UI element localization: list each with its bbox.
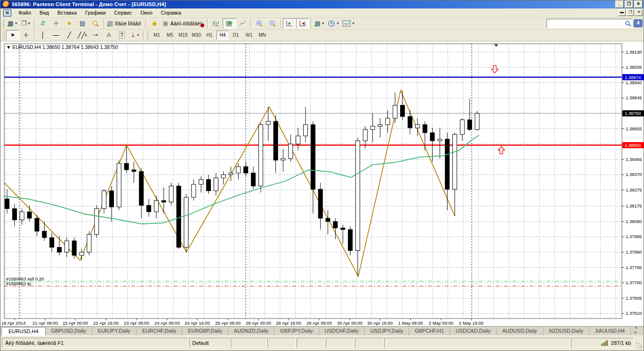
chart-tab-audusd-daily[interactable]: AUDUSD,Daily bbox=[497, 327, 543, 335]
chart-tabs: EURUSD,H4GBPUSD,DailyEURJPY,DailyEURCHF,… bbox=[1, 327, 631, 335]
autotrading-button[interactable]: ▣ Àâòî-òîðãîâëÿ bbox=[161, 18, 206, 29]
candlestick-chart-button[interactable] bbox=[223, 18, 236, 29]
data-window-button[interactable]: ✛ bbox=[49, 18, 63, 29]
chart-area[interactable]: 18 Apr 201421 Apr 08:0022 Apr 00:0022 Ap… bbox=[0, 41, 644, 326]
chart-tab-eurgbp-daily[interactable]: EURGBP,Daily bbox=[182, 327, 228, 335]
svg-text:1.39130: 1.39130 bbox=[626, 49, 642, 54]
svg-text:30 Apr 00:00: 30 Apr 00:00 bbox=[337, 320, 362, 326]
maximize-button[interactable]: ❐ bbox=[625, 0, 633, 8]
svg-text:30 Apr 16:00: 30 Apr 16:00 bbox=[367, 320, 393, 326]
autotrading-label: Àâòî-òîðãîâëÿ bbox=[169, 21, 205, 26]
zoom-out-icon bbox=[269, 20, 276, 27]
timeframe-button-m15[interactable]: M15 bbox=[177, 31, 189, 40]
strategy-tester-button[interactable] bbox=[89, 18, 102, 29]
mdi-minimize-button[interactable]: ▬ bbox=[618, 9, 626, 16]
minimize-button[interactable]: _ bbox=[615, 0, 624, 8]
channel-tool-button[interactable]: ╱╱E bbox=[76, 30, 89, 40]
vertical-line-tool-button[interactable]: │ bbox=[36, 30, 49, 40]
status-profile[interactable]: Default bbox=[189, 338, 230, 348]
timeframe-button-m1[interactable]: M1 bbox=[151, 31, 163, 40]
text-tool-button[interactable]: A bbox=[102, 30, 115, 40]
chart-tab-usdchf-daily[interactable]: USDCHF,Daily bbox=[319, 327, 365, 335]
periods-button[interactable]: ▼ bbox=[326, 18, 341, 29]
chart-tab-eurchf-daily[interactable]: EURCHF,Daily bbox=[137, 327, 182, 335]
timeframe-button-h4[interactable]: H4 bbox=[217, 31, 229, 40]
chart-tab-nzdusd-daily[interactable]: NZDUSD,Daily bbox=[543, 327, 589, 335]
chart-tab-eurjpy-daily[interactable]: EURJPY,Daily bbox=[92, 327, 137, 335]
line-chart-button[interactable] bbox=[236, 18, 249, 29]
templates-button[interactable]: ▼ bbox=[341, 18, 356, 29]
chart-shift-icon bbox=[299, 20, 306, 27]
connection-bars-icon bbox=[601, 340, 608, 346]
window-title: 565896: Panteon Client Terminal - Демо С… bbox=[12, 1, 614, 7]
navigator-button[interactable]: ★ bbox=[63, 18, 76, 29]
svg-text:1.38940: 1.38940 bbox=[626, 80, 642, 85]
timeframe-button-d1[interactable]: D1 bbox=[230, 31, 242, 40]
chart-tab-usdjpy-daily[interactable]: USDJPY,Daily bbox=[365, 327, 410, 335]
toolbar-grip[interactable] bbox=[3, 19, 5, 28]
search-input[interactable] bbox=[547, 20, 624, 27]
indicators-button[interactable]: ▦+▼ bbox=[313, 18, 326, 29]
price-chart[interactable]: 18 Apr 201421 Apr 08:0022 Apr 00:0022 Ap… bbox=[0, 42, 644, 326]
new-order-label: Íîâûé Îðäåð bbox=[113, 21, 143, 26]
chart-shift-button[interactable] bbox=[296, 18, 309, 29]
search-icon[interactable] bbox=[624, 20, 632, 27]
zoom-in-button[interactable] bbox=[253, 18, 266, 29]
timeframe-button-h1[interactable]: H1 bbox=[203, 31, 216, 40]
new-chart-button[interactable]: ▦+▼ bbox=[6, 18, 19, 29]
notifications-badge[interactable]: 4 bbox=[634, 19, 643, 27]
toolbar-grip[interactable] bbox=[3, 31, 5, 40]
horizontal-line-tool-button[interactable]: — bbox=[49, 30, 63, 40]
trendline-tool-button[interactable]: ╱ bbox=[63, 30, 76, 40]
menu-item-5[interactable]: Окно bbox=[136, 8, 157, 17]
svg-text:1.39035: 1.39035 bbox=[626, 64, 642, 70]
timeframe-button-mn[interactable]: MN bbox=[256, 31, 268, 40]
menu-item-1[interactable]: Вид bbox=[35, 8, 53, 17]
toolbar-grip[interactable] bbox=[147, 31, 149, 40]
zoom-out-button[interactable] bbox=[266, 18, 279, 29]
timeframe-button-m5[interactable]: M5 bbox=[164, 31, 176, 40]
svg-text:25 Apr 08:00: 25 Apr 08:00 bbox=[215, 320, 241, 326]
chart-tab-gbpchf-h1[interactable]: GBPCHF,H1 bbox=[409, 327, 450, 335]
svg-text:1 May 08:00: 1 May 08:00 bbox=[398, 320, 423, 326]
app-logo-icon bbox=[2, 0, 10, 8]
svg-text:1.38080: 1.38080 bbox=[626, 219, 642, 224]
chart-tab-audnzd-daily[interactable]: AUDNZD,Daily bbox=[228, 327, 274, 335]
timeframe-button-w1[interactable]: W1 bbox=[243, 31, 255, 40]
mdi-close-button[interactable]: ✕ bbox=[635, 9, 643, 16]
svg-text:▼ EURUSD,H4 1.38650 1.38764 1: ▼ EURUSD,H4 1.38650 1.38764 1.38643 1.38… bbox=[6, 44, 118, 50]
fibonacci-tool-button[interactable]: ┄F bbox=[89, 30, 102, 40]
market-watch-button[interactable]: ⇵ bbox=[36, 18, 49, 29]
bar-chart-button[interactable] bbox=[209, 18, 223, 29]
timeframe-buttons: M1M5M15M30H1H4D1W1MN bbox=[150, 31, 269, 40]
svg-text:#1589963 tp: #1589963 tp bbox=[6, 281, 31, 286]
menu-item-6[interactable]: Справка bbox=[157, 8, 185, 17]
svg-text:1.37510: 1.37510 bbox=[626, 311, 642, 316]
new-order-button[interactable]: ▤+ Íîâûé Îðäåð bbox=[106, 18, 144, 29]
mdi-restore-button[interactable]: ❐ bbox=[627, 9, 634, 16]
expert-advisors-button[interactable]: ◆ bbox=[148, 18, 161, 29]
menu-item-0[interactable]: Файл bbox=[14, 8, 35, 17]
crosshair-tool-button[interactable]: ✛ bbox=[19, 30, 32, 40]
menu-item-3[interactable]: Графики bbox=[81, 8, 110, 17]
chart-tab-eurusd-h4[interactable]: EURUSD,H4 bbox=[1, 327, 46, 335]
chart-tab-gbpjpy-daily[interactable]: GBPJPY,Daily bbox=[274, 327, 319, 335]
svg-text:29 Apr 08:00: 29 Apr 08:00 bbox=[306, 320, 332, 326]
status-panel bbox=[384, 338, 571, 348]
terminal-button[interactable]: ▤ bbox=[76, 18, 89, 29]
text-label-tool-button[interactable]: T bbox=[115, 30, 129, 40]
cursor-tool-button[interactable]: ➤ bbox=[6, 30, 19, 40]
chart-tab-usdcad-daily[interactable]: USDCAD,Daily bbox=[450, 327, 497, 335]
auto-scroll-button[interactable] bbox=[283, 18, 296, 29]
menu-item-2[interactable]: Вставка bbox=[53, 8, 81, 17]
chart-tab-gbpusd-daily[interactable]: GBPUSD,Daily bbox=[46, 327, 92, 335]
menu-item-4[interactable]: Сервис bbox=[110, 8, 137, 17]
timeframe-button-m30[interactable]: M30 bbox=[190, 31, 202, 40]
svg-text:1.37985: 1.37985 bbox=[626, 234, 642, 239]
chart-tab-xauusd-h4[interactable]: XAUUSD,H4 bbox=[589, 327, 631, 335]
close-button[interactable]: ✕ bbox=[634, 0, 643, 8]
arrows-tool-button[interactable]: ⇣▼ bbox=[129, 30, 142, 40]
profiles-button[interactable]: ❐▼ bbox=[19, 18, 32, 29]
tabs-scroll-buttons[interactable]: ◄ ► bbox=[631, 325, 643, 335]
resize-grip[interactable] bbox=[636, 343, 642, 349]
